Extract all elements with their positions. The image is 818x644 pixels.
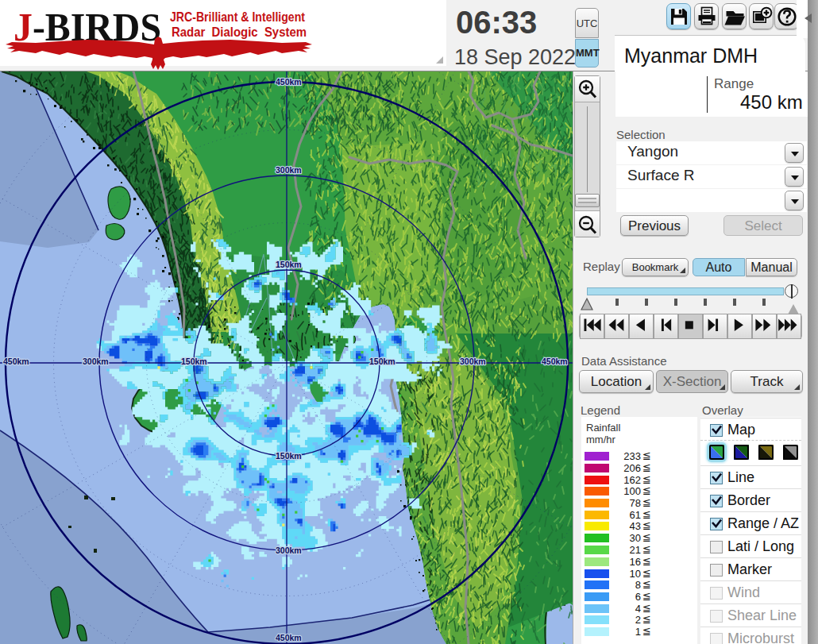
svg-text:JRC-Brilliant & Intelligent: JRC-Brilliant & Intelligent: [170, 10, 305, 24]
svg-text:300km: 300km: [276, 546, 302, 555]
svg-text:Radar Dialogic System: Radar Dialogic System: [172, 25, 307, 39]
svg-text:450km: 450km: [276, 633, 302, 642]
svg-text:300km: 300km: [460, 357, 486, 366]
svg-text:450km: 450km: [276, 77, 302, 87]
svg-text:450km: 450km: [542, 357, 568, 366]
svg-text:300km: 300km: [83, 357, 109, 366]
svg-text:150km: 150km: [369, 357, 395, 366]
svg-text:150km: 150km: [181, 357, 207, 366]
svg-text:450km: 450km: [3, 357, 29, 366]
svg-text:150km: 150km: [276, 260, 302, 269]
svg-text:300km: 300km: [276, 165, 302, 175]
svg-text:150km: 150km: [276, 451, 302, 461]
